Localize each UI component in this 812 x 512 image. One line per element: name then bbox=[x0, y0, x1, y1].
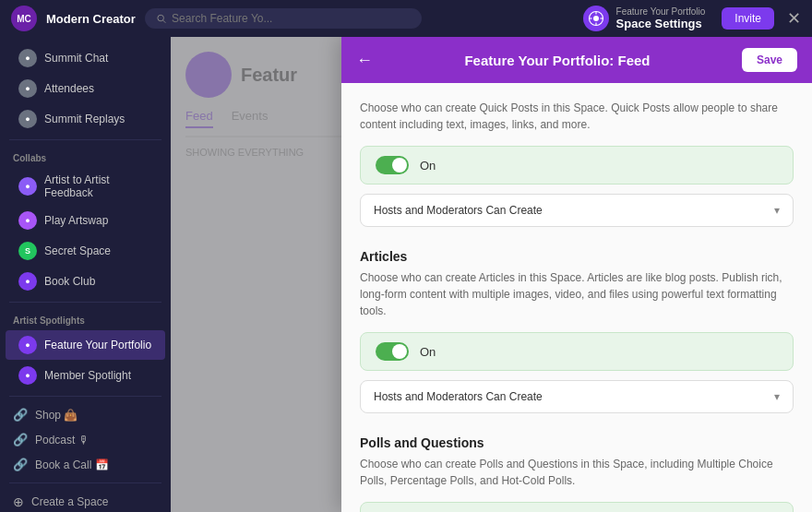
sidebar-item-label: Member Spotlight bbox=[44, 369, 131, 382]
sidebar-item-play-artswap[interactable]: ● Play Artswap bbox=[6, 206, 165, 235]
sidebar-item-feature-portfolio[interactable]: ● Feature Your Portfolio bbox=[6, 330, 165, 360]
avatar: ● bbox=[18, 211, 37, 230]
quick-posts-dropdown-value: Hosts and Moderators Can Create bbox=[374, 204, 543, 217]
articles-desc: Choose who can create Articles in this S… bbox=[360, 269, 794, 319]
close-button[interactable]: ✕ bbox=[787, 8, 801, 29]
sidebar: ● Summit Chat ● Attendees ● Summit Repla… bbox=[0, 37, 171, 512]
space-logo-icon bbox=[588, 10, 604, 27]
divider bbox=[9, 302, 161, 303]
top-bar: MC Modern Creator Feature Your Portfolio… bbox=[0, 0, 812, 37]
articles-toggle[interactable] bbox=[376, 342, 409, 361]
app-logo: MC bbox=[11, 6, 37, 31]
quick-posts-toggle-row[interactable]: On bbox=[360, 146, 794, 185]
sidebar-item-summit-chat[interactable]: ● Summit Chat bbox=[6, 43, 165, 73]
sidebar-item-label: Feature Your Portfolio bbox=[44, 339, 151, 351]
sidebar-item-label: Book a Call 📅 bbox=[35, 458, 109, 471]
polls-title: Polls and Questions bbox=[360, 435, 794, 450]
main-layout: ● Summit Chat ● Attendees ● Summit Repla… bbox=[0, 37, 812, 512]
space-settings-header: Feature Your Portfolio Space Settings In… bbox=[583, 6, 801, 31]
avatar: S bbox=[18, 242, 37, 260]
section-polls: Polls and Questions Choose who can creat… bbox=[360, 435, 794, 512]
plus-icon: ⊕ bbox=[13, 494, 24, 509]
divider bbox=[9, 139, 161, 140]
main-content: Featur Feed Events SHOWING EVERYTHING ← … bbox=[171, 37, 812, 512]
avatar: ● bbox=[18, 336, 37, 354]
section-collabs-label: Collabs bbox=[0, 146, 171, 167]
sidebar-item-label: Summit Replays bbox=[44, 113, 125, 125]
modal-back-button[interactable]: ← bbox=[356, 51, 373, 70]
avatar: ● bbox=[18, 79, 37, 98]
avatar: ● bbox=[18, 366, 37, 385]
modal-body[interactable]: Choose who can create Quick Posts in thi… bbox=[341, 83, 812, 512]
sidebar-item-podcast[interactable]: 🔗 Podcast 🎙 bbox=[0, 427, 171, 452]
avatar: ● bbox=[18, 177, 37, 196]
sidebar-item-label: Artist to Artist Feedback bbox=[44, 173, 152, 199]
articles-toggle-row[interactable]: On bbox=[360, 332, 794, 371]
space-icon bbox=[583, 6, 609, 31]
articles-toggle-label: On bbox=[420, 345, 436, 359]
space-subtitle: Feature Your Portfolio bbox=[616, 6, 706, 17]
modal-panel: ← Feature Your Portfolio: Feed Save Choo… bbox=[341, 37, 812, 512]
avatar: ● bbox=[18, 110, 37, 128]
search-input[interactable] bbox=[172, 12, 411, 25]
sidebar-item-label: Shop 👜 bbox=[35, 409, 78, 422]
sidebar-item-label: Podcast 🎙 bbox=[35, 434, 90, 447]
space-title-group: Feature Your Portfolio Space Settings bbox=[616, 6, 706, 30]
sidebar-item-book-club[interactable]: ● Book Club bbox=[6, 267, 165, 296]
sidebar-item-secret-space[interactable]: S Secret Space bbox=[6, 236, 165, 266]
chevron-down-icon: ▾ bbox=[774, 204, 780, 217]
sidebar-item-label: Book Club bbox=[44, 275, 95, 288]
avatar: ● bbox=[18, 272, 37, 291]
sidebar-item-label: Secret Space bbox=[44, 244, 111, 257]
create-space-button[interactable]: ⊕ Create a Space bbox=[0, 489, 171, 512]
modal-save-button[interactable]: Save bbox=[742, 48, 797, 72]
chevron-down-icon: ▾ bbox=[774, 390, 780, 403]
section-articles: Articles Choose who can create Articles … bbox=[360, 249, 794, 413]
sidebar-item-member-spotlight[interactable]: ● Member Spotlight bbox=[6, 361, 165, 390]
sidebar-item-summit-replays[interactable]: ● Summit Replays bbox=[6, 104, 165, 134]
svg-point-0 bbox=[158, 15, 164, 21]
search-bar[interactable] bbox=[145, 8, 422, 29]
modal-header: ← Feature Your Portfolio: Feed Save bbox=[341, 37, 812, 83]
app-name: Modern Creator bbox=[46, 12, 136, 26]
sidebar-item-book-call[interactable]: 🔗 Book a Call 📅 bbox=[0, 452, 171, 477]
articles-title: Articles bbox=[360, 249, 794, 264]
svg-point-3 bbox=[593, 16, 599, 21]
quick-posts-dropdown[interactable]: Hosts and Moderators Can Create ▾ bbox=[360, 194, 794, 227]
articles-dropdown[interactable]: Hosts and Moderators Can Create ▾ bbox=[360, 380, 794, 413]
quick-posts-desc: Choose who can create Quick Posts in thi… bbox=[360, 100, 794, 133]
sidebar-item-label: Summit Chat bbox=[44, 52, 108, 65]
invite-button[interactable]: Invite bbox=[722, 7, 774, 30]
space-title-label: Space Settings bbox=[616, 17, 706, 30]
quick-posts-toggle[interactable] bbox=[376, 156, 409, 174]
svg-line-1 bbox=[163, 20, 166, 23]
sidebar-item-label: Attendees bbox=[44, 82, 94, 95]
section-quick-posts: Choose who can create Quick Posts in thi… bbox=[360, 100, 794, 227]
section-spotlights-label: Artist Spotlights bbox=[0, 308, 171, 329]
polls-toggle-row[interactable]: On bbox=[360, 502, 794, 512]
divider bbox=[9, 396, 161, 397]
link-icon: 🔗 bbox=[13, 408, 28, 422]
link-icon: 🔗 bbox=[13, 458, 28, 471]
link-icon: 🔗 bbox=[13, 433, 28, 447]
sidebar-item-attendees[interactable]: ● Attendees bbox=[6, 74, 165, 103]
sidebar-item-label: Play Artswap bbox=[44, 214, 108, 227]
search-icon bbox=[156, 13, 166, 24]
sidebar-item-shop[interactable]: 🔗 Shop 👜 bbox=[0, 402, 171, 427]
modal-title: Feature Your Portfolio: Feed bbox=[382, 53, 733, 68]
polls-desc: Choose who can create Polls and Question… bbox=[360, 456, 794, 489]
create-space-label: Create a Space bbox=[31, 495, 108, 508]
quick-posts-toggle-label: On bbox=[420, 159, 436, 173]
avatar: ● bbox=[18, 49, 37, 67]
articles-dropdown-value: Hosts and Moderators Can Create bbox=[374, 390, 543, 403]
sidebar-item-artist-feedback[interactable]: ● Artist to Artist Feedback bbox=[6, 168, 165, 205]
divider bbox=[9, 482, 161, 483]
